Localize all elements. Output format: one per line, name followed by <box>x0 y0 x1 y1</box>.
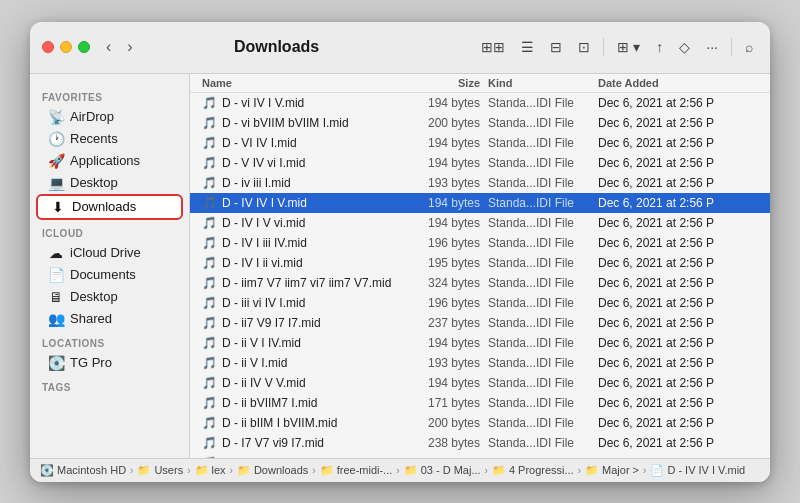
favorites-label: Favorites <box>30 84 189 106</box>
file-date-cell: Dec 6, 2021 at 2:56 P <box>598 276 758 290</box>
file-date-cell: Dec 6, 2021 at 2:56 P <box>598 356 758 370</box>
sidebar-item-desktop[interactable]: 💻 Desktop <box>36 172 183 194</box>
breadcrumb-separator: › <box>312 465 315 476</box>
file-icon: 🎵 <box>202 296 217 310</box>
table-row[interactable]: 🎵 D - iv iii I.mid 193 bytes Standa...ID… <box>190 173 770 193</box>
sidebar-label-downloads: Downloads <box>72 199 136 214</box>
close-button[interactable] <box>42 41 54 53</box>
breadcrumb-item[interactable]: 📁lex <box>195 464 226 477</box>
desktop-icon: 💻 <box>48 175 64 191</box>
table-row[interactable]: 🎵 D - IV I V vi.mid 194 bytes Standa...I… <box>190 213 770 233</box>
file-icon: 🎵 <box>202 356 217 370</box>
more-button[interactable]: ··· <box>701 36 723 58</box>
view-icon-grid[interactable]: ⊞⊞ <box>476 36 510 58</box>
col-kind-header[interactable]: Kind <box>488 77 598 89</box>
sidebar-item-downloads[interactable]: ⬇ Downloads <box>36 194 183 220</box>
file-size-cell: 194 bytes <box>408 136 488 150</box>
table-row[interactable]: 🎵 D - ii V I.mid 193 bytes Standa...IDI … <box>190 353 770 373</box>
file-icon: 🎵 <box>202 196 217 210</box>
file-name: D - ii bIIM I bVIIM.mid <box>222 416 337 430</box>
file-icon: 🎵 <box>202 156 217 170</box>
breadcrumb-item[interactable]: 📁Users <box>137 464 183 477</box>
file-kind-cell: Standa...IDI File <box>488 296 598 310</box>
minimize-button[interactable] <box>60 41 72 53</box>
file-date-cell: Dec 6, 2021 at 2:56 P <box>598 336 758 350</box>
traffic-lights <box>42 41 90 53</box>
table-row[interactable]: 🎵 D - V IV vi I.mid 194 bytes Standa...I… <box>190 153 770 173</box>
sidebar-label-recents: Recents <box>70 131 118 146</box>
file-size-cell: 196 bytes <box>408 296 488 310</box>
file-name: D - IV IV I V.mid <box>222 196 307 210</box>
col-date-header[interactable]: Date Added <box>598 77 758 89</box>
breadcrumb-item[interactable]: 📁free-midi-... <box>320 464 393 477</box>
breadcrumb-item[interactable]: 📁4 Progressi... <box>492 464 574 477</box>
sidebar-item-documents[interactable]: 📄 Documents <box>36 264 183 286</box>
table-row[interactable]: 🎵 D - IV I iii IV.mid 196 bytes Standa..… <box>190 233 770 253</box>
sidebar-item-icloud-drive[interactable]: ☁ iCloud Drive <box>36 242 183 264</box>
table-row[interactable]: 🎵 D - VI IV I.mid 194 bytes Standa...IDI… <box>190 133 770 153</box>
breadcrumb-item[interactable]: 📄D - IV IV I V.mid <box>650 464 745 477</box>
view-icon-columns[interactable]: ⊟ <box>545 36 567 58</box>
view-icon-list[interactable]: ☰ <box>516 36 539 58</box>
file-kind-cell: Standa...IDI File <box>488 376 598 390</box>
finder-window: ‹ › Downloads ⊞⊞ ☰ ⊟ ⊡ ⊞ ▾ ↑ ◇ ··· ⌕ Fav… <box>30 22 770 482</box>
group-button[interactable]: ⊞ ▾ <box>612 36 645 58</box>
file-size-cell: 193 bytes <box>408 176 488 190</box>
table-row[interactable]: 🎵 D - iii vi IV I.mid 196 bytes Standa..… <box>190 293 770 313</box>
file-date-cell: Dec 6, 2021 at 2:56 P <box>598 376 758 390</box>
file-name-cell: 🎵 D - vi IV I V.mid <box>202 96 408 110</box>
breadcrumb-item[interactable]: 📁03 - D Maj... <box>404 464 481 477</box>
table-row[interactable]: 🎵 D - ii7 V9 I7 I7.mid 237 bytes Standa.… <box>190 313 770 333</box>
share-button[interactable]: ↑ <box>651 36 668 58</box>
file-icon: 🎵 <box>202 376 217 390</box>
table-row[interactable]: 🎵 D - IV IV I V.mid 194 bytes Standa...I… <box>190 193 770 213</box>
file-name-cell: 🎵 D - ii IV V V.mid <box>202 376 408 390</box>
col-name-header[interactable]: Name <box>202 77 408 89</box>
breadcrumb-icon: 📁 <box>195 464 209 477</box>
col-size-header[interactable]: Size <box>408 77 488 89</box>
sidebar-item-recents[interactable]: 🕐 Recents <box>36 128 183 150</box>
file-size-cell: 324 bytes <box>408 276 488 290</box>
file-name-cell: 🎵 D - ii V I.mid <box>202 356 408 370</box>
breadcrumb-separator: › <box>396 465 399 476</box>
sidebar-item-tg-pro[interactable]: 💽 TG Pro <box>36 352 183 374</box>
breadcrumb-label: 03 - D Maj... <box>421 464 481 476</box>
table-row[interactable]: 🎵 D - I7 V7 vi9 I7.mid 238 bytes Standa.… <box>190 433 770 453</box>
sidebar-item-desktop2[interactable]: 🖥 Desktop <box>36 286 183 308</box>
file-date-cell: Dec 6, 2021 at 2:56 P <box>598 296 758 310</box>
sidebar-item-applications[interactable]: 🚀 Applications <box>36 150 183 172</box>
table-row[interactable]: 🎵 D - ii bVIIM7 I.mid 171 bytes Standa..… <box>190 393 770 413</box>
file-size-cell: 196 bytes <box>408 236 488 250</box>
table-row[interactable]: 🎵 D - vi IV I V.mid 194 bytes Standa...I… <box>190 93 770 113</box>
table-row[interactable]: 🎵 D - ii V I IV.mid 194 bytes Standa...I… <box>190 333 770 353</box>
file-kind-cell: Standa...IDI File <box>488 436 598 450</box>
file-kind-cell: Standa...IDI File <box>488 196 598 210</box>
table-row[interactable]: 🎵 D - IV I ii vi.mid 195 bytes Standa...… <box>190 253 770 273</box>
file-icon: 🎵 <box>202 276 217 290</box>
file-area: Name Size Kind Date Added 🎵 D - vi IV I … <box>190 74 770 458</box>
column-headers: Name Size Kind Date Added <box>190 74 770 93</box>
tag-button[interactable]: ◇ <box>674 36 695 58</box>
table-row[interactable]: 🎵 D - ii IV V V.mid 194 bytes Standa...I… <box>190 373 770 393</box>
view-icon-gallery[interactable]: ⊡ <box>573 36 595 58</box>
file-icon: 🎵 <box>202 136 217 150</box>
file-date-cell: Dec 6, 2021 at 2:56 P <box>598 256 758 270</box>
search-button[interactable]: ⌕ <box>740 36 758 58</box>
table-row[interactable]: 🎵 D - ii bIIM I bVIIM.mid 200 bytes Stan… <box>190 413 770 433</box>
file-kind-cell: Standa...IDI File <box>488 356 598 370</box>
breadcrumb-label: D - IV IV I V.mid <box>667 464 745 476</box>
breadcrumb-item[interactable]: 💽Macintosh HD <box>40 464 126 477</box>
sidebar-item-shared[interactable]: 👥 Shared <box>36 308 183 330</box>
breadcrumb-separator: › <box>643 465 646 476</box>
file-name: D - ii7 V9 I7 I7.mid <box>222 316 321 330</box>
table-row[interactable]: 🎵 D - vi bVIIM bVIIM I.mid 200 bytes Sta… <box>190 113 770 133</box>
toolbar-right: ⊞⊞ ☰ ⊟ ⊡ ⊞ ▾ ↑ ◇ ··· ⌕ <box>476 36 758 58</box>
breadcrumb-item[interactable]: 📁Downloads <box>237 464 308 477</box>
file-kind-cell: Standa...IDI File <box>488 416 598 430</box>
sidebar-item-airdrop[interactable]: 📡 AirDrop <box>36 106 183 128</box>
file-name-cell: 🎵 D - iii vi IV I.mid <box>202 296 408 310</box>
breadcrumb-item[interactable]: 📁Major > <box>585 464 639 477</box>
file-name: D - ii V I IV.mid <box>222 336 301 350</box>
table-row[interactable]: 🎵 D - iim7 V7 iim7 vi7 iim7 V7.mid 324 b… <box>190 273 770 293</box>
file-icon: 🎵 <box>202 176 217 190</box>
